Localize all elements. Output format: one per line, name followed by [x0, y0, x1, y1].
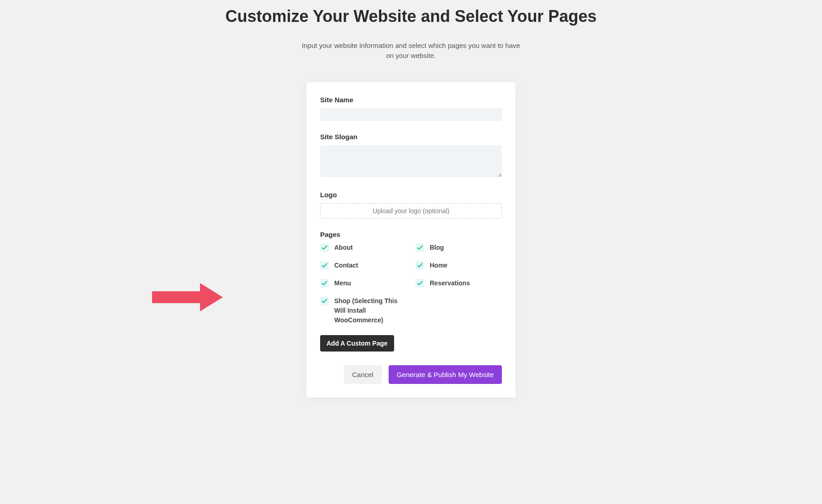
check-icon: [417, 245, 423, 251]
pages-section: Pages About Blog: [320, 231, 502, 352]
generate-publish-button[interactable]: Generate & Publish My Website: [389, 365, 502, 384]
page-label-menu: Menu: [334, 278, 351, 288]
footer-actions: Cancel Generate & Publish My Website: [320, 365, 502, 384]
check-icon: [417, 280, 423, 286]
customize-card: Site Name Site Slogan Logo Upload your l…: [306, 82, 516, 398]
page-item-home: Home: [416, 261, 502, 270]
pages-label: Pages: [320, 231, 502, 238]
page-item-contact: Contact: [320, 261, 406, 270]
add-custom-page-button[interactable]: Add A Custom Page: [320, 335, 394, 352]
logo-upload-dropzone[interactable]: Upload your logo (optional): [320, 203, 502, 219]
check-icon: [321, 280, 327, 286]
page-item-menu: Menu: [320, 278, 406, 288]
checkbox-shop[interactable]: [320, 297, 329, 305]
page-label-about: About: [334, 243, 353, 252]
site-slogan-label: Site Slogan: [320, 133, 502, 141]
site-name-group: Site Name: [320, 96, 502, 121]
check-icon: [321, 245, 327, 251]
checkbox-reservations[interactable]: [416, 279, 424, 288]
page-label-home: Home: [430, 261, 448, 270]
site-name-label: Site Name: [320, 96, 502, 104]
site-slogan-input[interactable]: [320, 145, 502, 177]
page-label-shop: Shop (Selecting This Will Install WooCom…: [334, 296, 406, 325]
check-icon: [321, 262, 327, 268]
checkbox-menu[interactable]: [320, 279, 329, 288]
page-item-blog: Blog: [416, 243, 502, 252]
page-item-about: About: [320, 243, 406, 252]
page-label-contact: Contact: [334, 261, 358, 270]
cancel-button[interactable]: Cancel: [344, 365, 382, 384]
logo-group: Logo Upload your logo (optional): [320, 191, 502, 219]
page-subtitle: Input your website information and selec…: [301, 41, 521, 61]
page-item-shop: Shop (Selecting This Will Install WooCom…: [320, 296, 406, 325]
logo-label: Logo: [320, 191, 502, 199]
checkbox-blog[interactable]: [416, 243, 424, 252]
check-icon: [417, 262, 423, 268]
check-icon: [321, 298, 327, 304]
checkbox-about[interactable]: [320, 243, 329, 252]
page-label-reservations: Reservations: [430, 278, 470, 288]
checkbox-home[interactable]: [416, 261, 424, 270]
site-name-input[interactable]: [320, 108, 502, 121]
page-title: Customize Your Website and Select Your P…: [201, 5, 621, 28]
checkbox-contact[interactable]: [320, 261, 329, 270]
pages-grid: About Blog Contact: [320, 243, 502, 325]
page-label-blog: Blog: [430, 243, 444, 252]
page-item-reservations: Reservations: [416, 278, 502, 288]
site-slogan-group: Site Slogan: [320, 133, 502, 179]
